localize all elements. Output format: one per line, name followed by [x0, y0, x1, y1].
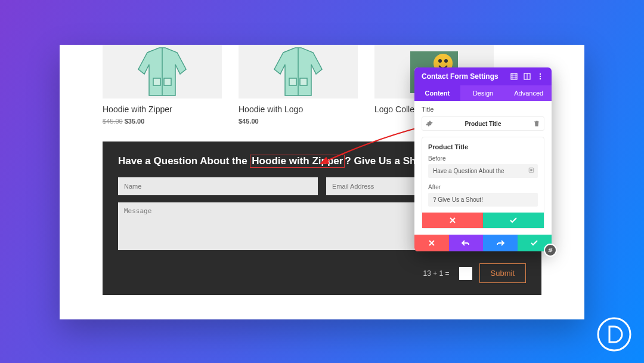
dynamic-token-editor: Product Title Before After	[422, 137, 544, 229]
name-input[interactable]	[118, 177, 318, 195]
cancel-button[interactable]	[422, 213, 483, 228]
dynamic-icon[interactable]	[528, 167, 534, 173]
svg-rect-0	[153, 78, 160, 85]
captcha-label: 13 + 1 =	[423, 269, 449, 278]
product-price: $45.00	[239, 118, 358, 125]
tab-design[interactable]: Design	[460, 85, 506, 101]
undo-button[interactable]	[449, 235, 484, 251]
svg-rect-15	[530, 169, 532, 171]
discard-button[interactable]	[414, 235, 449, 251]
product-image	[239, 45, 358, 99]
redo-button[interactable]	[483, 235, 518, 251]
svg-point-6	[438, 59, 442, 63]
svg-point-16	[598, 318, 630, 350]
trash-icon[interactable]	[533, 120, 540, 127]
after-label: After	[428, 184, 538, 190]
resize-handle-icon[interactable]	[544, 244, 557, 257]
svg-point-11	[540, 73, 541, 75]
tab-content[interactable]: Content	[414, 85, 460, 101]
settings-panel: Contact Form Settings Content Design Adv…	[414, 67, 552, 251]
before-label: Before	[428, 155, 538, 162]
columns-icon[interactable]	[523, 72, 531, 81]
expand-icon[interactable]	[510, 72, 518, 81]
divi-logo-icon	[596, 316, 632, 352]
gear-icon[interactable]	[426, 120, 433, 127]
dynamic-token-row[interactable]: Product Title	[422, 116, 544, 131]
product-image	[103, 45, 222, 99]
svg-rect-1	[164, 78, 171, 85]
svg-point-13	[540, 78, 541, 79]
panel-header[interactable]: Contact Form Settings	[414, 67, 552, 85]
confirm-button[interactable]	[483, 213, 544, 228]
captcha-input[interactable]	[459, 267, 472, 280]
after-input[interactable]	[428, 193, 538, 207]
product-price: $45.00$35.00	[103, 118, 222, 125]
submit-button[interactable]: Submit	[479, 263, 526, 283]
svg-point-7	[444, 59, 448, 63]
more-icon[interactable]	[536, 72, 544, 81]
editor-heading: Product Title	[428, 143, 538, 150]
before-input[interactable]	[428, 164, 538, 178]
product-name[interactable]: Hoodie with Zipper	[103, 104, 222, 114]
section-label: Title	[414, 101, 552, 115]
svg-rect-2	[289, 78, 296, 85]
panel-tabs: Content Design Advanced	[414, 85, 552, 101]
svg-point-12	[540, 76, 541, 77]
product-card[interactable]: Hoodie with Logo $45.00	[239, 45, 358, 125]
product-name[interactable]: Hoodie with Logo	[239, 104, 358, 114]
dynamic-title-highlight: Hoodie with Zipper	[250, 155, 345, 168]
svg-rect-3	[300, 78, 307, 85]
product-card[interactable]: Hoodie with Zipper $45.00$35.00	[103, 45, 222, 125]
panel-action-bar	[414, 235, 552, 251]
tab-advanced[interactable]: Advanced	[506, 85, 552, 101]
svg-rect-8	[511, 73, 517, 79]
